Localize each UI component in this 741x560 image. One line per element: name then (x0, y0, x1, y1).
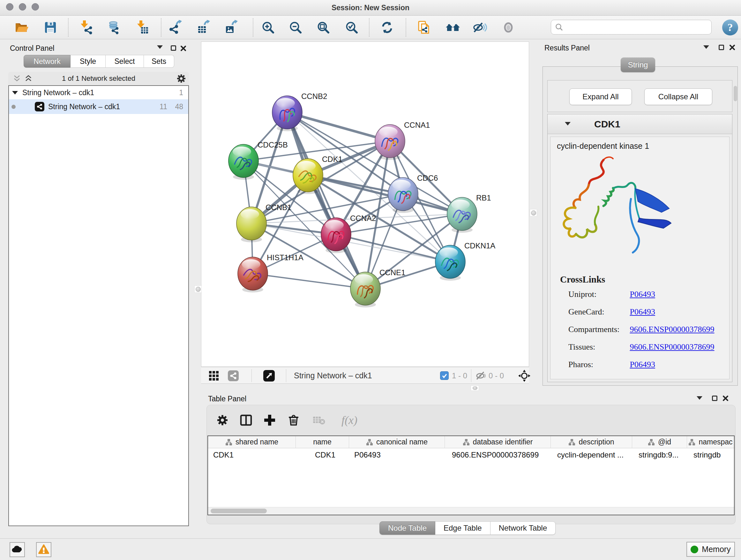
hidden-items-button[interactable] (475, 370, 487, 381)
tab-network[interactable]: Network (23, 55, 71, 68)
save-session-button[interactable] (42, 19, 59, 36)
gear-icon[interactable] (176, 73, 186, 84)
column-header-namespace[interactable]: namespac (687, 436, 734, 448)
network-node-CDKN1A[interactable]: CDKN1A (435, 241, 495, 281)
column-header-shared-name[interactable]: shared name (208, 436, 296, 448)
cell-namespace: stringdb (687, 448, 734, 462)
delete-column-button[interactable] (286, 412, 301, 428)
tab-network-table[interactable]: Network Table (490, 521, 556, 535)
collapse-entry-icon[interactable] (565, 122, 570, 125)
panel-float-icon[interactable] (171, 45, 176, 51)
panel-float-icon[interactable] (712, 395, 718, 401)
network-node-HIST1H1A[interactable]: HIST1H1A (238, 253, 304, 293)
clone-network-button[interactable] (415, 19, 432, 36)
panel-menu-icon[interactable] (703, 45, 709, 49)
collapse-all-button[interactable]: Collapse All (644, 88, 712, 105)
crosslink-value-link[interactable]: 9606.ENSP00000378699 (630, 342, 715, 352)
network-type-button[interactable] (227, 370, 239, 381)
results-scrollbar-thumb[interactable] (734, 86, 737, 101)
zoom-out-button[interactable] (287, 19, 304, 36)
help-button[interactable]: ? (722, 19, 739, 36)
import-table-button[interactable] (134, 19, 151, 36)
status-bar: Memory (0, 538, 741, 560)
panel-menu-icon[interactable] (157, 45, 163, 49)
warnings-button[interactable] (36, 542, 51, 557)
cloud-icon (11, 544, 23, 556)
export-network-button[interactable] (166, 19, 184, 36)
selected-checkbox[interactable] (440, 370, 449, 381)
memory-button[interactable]: Memory (686, 542, 735, 557)
cell-name: CDK1 (296, 448, 349, 462)
table-settings-button[interactable] (214, 412, 230, 428)
table-hscrollbar[interactable] (208, 507, 734, 515)
tab-edge-table[interactable]: Edge Table (435, 521, 490, 535)
select-columns-button[interactable] (238, 412, 254, 428)
navigator-button[interactable] (263, 370, 275, 381)
crosslink-label: Compartments: (568, 325, 628, 334)
network-node-CCNB2[interactable]: CCNB2 (272, 92, 327, 131)
export-image-button[interactable] (222, 19, 240, 36)
zoom-in-button[interactable] (259, 19, 277, 36)
memory-status-dot (690, 546, 698, 553)
import-network-database-button[interactable] (105, 19, 122, 36)
delete-table-button-disabled[interactable] (311, 412, 327, 428)
splitter-handle-bottom[interactable] (471, 385, 479, 391)
crosslink-value-link[interactable]: 9606.ENSP00000378699 (630, 325, 715, 334)
collection-label: String Network – cdk1 (22, 88, 94, 97)
create-column-button[interactable] (262, 412, 278, 428)
crosslink-value-link[interactable]: P06493 (630, 360, 655, 369)
network-row-selected[interactable]: String Network – cdk1 11 48 (9, 99, 188, 114)
zoom-selected-button[interactable] (343, 19, 360, 36)
panel-menu-icon[interactable] (697, 396, 702, 400)
collapse-icon[interactable] (12, 91, 18, 95)
refresh-button[interactable] (379, 19, 396, 36)
function-builder-button-disabled[interactable]: f(x) (336, 412, 363, 428)
tab-string[interactable]: String (621, 57, 655, 72)
strip-separator (471, 369, 471, 382)
tab-node-table[interactable]: Node Table (380, 521, 435, 535)
panel-close-icon[interactable] (723, 395, 729, 401)
column-header-name[interactable]: name (296, 436, 349, 448)
network-canvas[interactable]: CCNB2CCNA1CDC25BCDK1CDC6RB1CCNB1CCNA2CDK… (201, 42, 529, 367)
network-node-RB1[interactable]: RB1 (447, 193, 491, 233)
grid-view-button[interactable] (208, 370, 219, 381)
column-header-database-identifier[interactable]: database identifier (445, 436, 551, 448)
crosslink-value-link[interactable]: P06493 (630, 290, 655, 299)
tab-sets[interactable]: Sets (144, 55, 174, 68)
panel-float-icon[interactable] (719, 45, 724, 50)
table-hscrollbar-thumb[interactable] (211, 509, 267, 513)
export-table-button[interactable] (195, 19, 212, 36)
show-glass-button[interactable] (500, 19, 517, 36)
table-panel-title: Table Panel (208, 395, 246, 403)
toolbar-separator (406, 18, 406, 37)
cloud-status-button[interactable] (10, 542, 25, 557)
export-network-icon (167, 20, 183, 35)
crosslink-row: Pharos: P06493 (568, 360, 722, 369)
open-file-button[interactable] (13, 19, 30, 36)
column-header-id[interactable]: @id (632, 436, 687, 448)
search-input[interactable] (563, 21, 711, 34)
import-network-file-button[interactable] (77, 19, 95, 36)
zoom-out-icon (288, 20, 303, 35)
gene-entry-header[interactable]: CDK1 (548, 114, 732, 134)
panel-close-icon[interactable] (180, 45, 186, 51)
expand-all-button[interactable]: Expand All (569, 88, 632, 105)
network-node-CCNB1[interactable]: CCNB1 (237, 203, 291, 242)
tab-style[interactable]: Style (71, 55, 106, 68)
save-icon (43, 20, 58, 35)
network-node-CCNE1[interactable]: CCNE1 (350, 268, 405, 307)
network-node-CDC25B[interactable]: CDC25B (228, 140, 288, 180)
string-home-button[interactable] (444, 19, 461, 36)
network-node-CCNA2[interactable]: CCNA2 (321, 214, 376, 253)
hide-glass-button[interactable] (471, 19, 488, 36)
fit-selected-button[interactable] (518, 370, 531, 381)
panel-close-icon[interactable] (729, 44, 735, 51)
column-header-canonical-name[interactable]: canonical name (349, 436, 445, 448)
crosslink-value-link[interactable]: P06493 (630, 307, 655, 316)
column-header-description[interactable]: description (551, 436, 632, 448)
splitter-handle-left[interactable] (194, 286, 202, 293)
tab-select[interactable]: Select (106, 55, 144, 68)
zoom-fit-button[interactable] (315, 19, 332, 36)
network-collection-row[interactable]: String Network – cdk1 1 (9, 86, 188, 99)
splitter-handle-right[interactable] (530, 209, 537, 216)
